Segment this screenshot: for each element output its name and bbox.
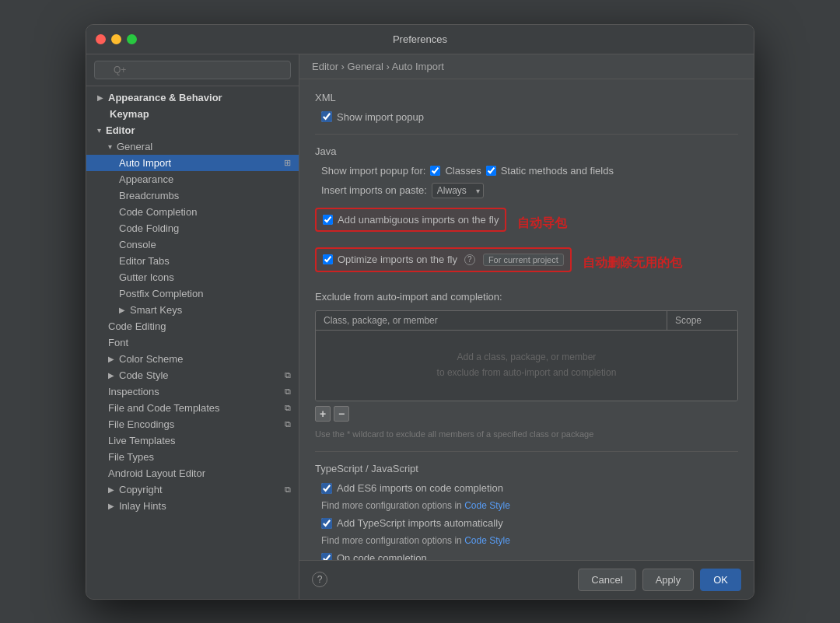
search-input[interactable] bbox=[94, 61, 291, 79]
find-more-ts1-row: Find more configuration options in Code … bbox=[315, 500, 738, 511]
sidebar-item-font[interactable]: Font bbox=[86, 334, 299, 351]
expand-icon: ▶ bbox=[97, 93, 103, 102]
add-unambiguous-label: Add unambiguous imports on the fly bbox=[338, 214, 499, 226]
sidebar-item-code-style[interactable]: ▶ Code Style ⧉ bbox=[86, 367, 299, 383]
sidebar-item-copyright[interactable]: ▶ Copyright ⧉ bbox=[86, 481, 299, 498]
java-section: Java Show import popup for: Classes Stat… bbox=[315, 145, 738, 441]
add-es6-row: Add ES6 imports on code completion bbox=[315, 482, 738, 494]
sidebar-item-gutter-icons[interactable]: Gutter Icons bbox=[86, 269, 299, 285]
expand-icon: ▶ bbox=[108, 485, 114, 494]
exclude-section: Exclude from auto-import and completion:… bbox=[315, 291, 738, 441]
sidebar-item-breadcrumbs[interactable]: Breadcrumbs bbox=[86, 187, 299, 204]
classes-label: Classes bbox=[445, 165, 481, 177]
sidebar-item-inlay-hints[interactable]: ▶ Inlay Hints bbox=[86, 498, 299, 514]
sidebar-item-file-code-templates[interactable]: File and Code Templates ⧉ bbox=[86, 400, 299, 416]
code-style-link-2[interactable]: Code Style bbox=[464, 535, 510, 546]
on-code-completion-row: On code completion bbox=[315, 552, 738, 560]
window-title: Preferences bbox=[393, 33, 447, 45]
sidebar-item-label: Live Templates bbox=[108, 435, 175, 446]
add-typescript-checkbox[interactable] bbox=[321, 518, 332, 529]
sidebar-item-editor[interactable]: ▾ Editor bbox=[86, 122, 299, 138]
sidebar-item-code-completion[interactable]: Code Completion bbox=[86, 204, 299, 220]
close-button[interactable] bbox=[96, 34, 106, 44]
separator2 bbox=[315, 451, 738, 452]
sidebar-item-label: Font bbox=[108, 337, 128, 348]
add-button[interactable]: + bbox=[315, 406, 331, 422]
find-more-ts2-row: Find more configuration options in Code … bbox=[315, 535, 738, 546]
sidebar-item-file-types[interactable]: File Types bbox=[86, 449, 299, 465]
sidebar-item-live-templates[interactable]: Live Templates bbox=[86, 432, 299, 449]
sidebar-item-android-layout-editor[interactable]: Android Layout Editor bbox=[86, 465, 299, 481]
sidebar-item-appearance-behavior[interactable]: ▶ Appearance & Behavior bbox=[86, 89, 299, 106]
expand-icon: ▶ bbox=[108, 355, 114, 363]
show-import-popup-checkbox[interactable] bbox=[321, 111, 332, 122]
add-es6-checkbox[interactable] bbox=[321, 483, 332, 494]
col-scope: Scope bbox=[667, 311, 737, 330]
search-wrapper: 🔍 bbox=[94, 61, 291, 79]
sidebar-item-editor-tabs[interactable]: Editor Tabs bbox=[86, 253, 299, 269]
sidebar-item-label: Code Completion bbox=[119, 206, 197, 218]
sidebar-item-label: Breadcrumbs bbox=[119, 190, 179, 201]
sidebar-item-label: Appearance & Behavior bbox=[108, 92, 222, 103]
ok-button[interactable]: OK bbox=[700, 569, 741, 591]
add-es6-label: Add ES6 imports on code completion bbox=[337, 482, 503, 494]
find-more-ts2-text: Find more configuration options in bbox=[321, 535, 462, 546]
help-button[interactable]: ? bbox=[312, 572, 327, 587]
add-typescript-auto-row: Add TypeScript imports automatically bbox=[315, 517, 738, 529]
footer-left: ? bbox=[312, 572, 327, 587]
sidebar-item-smart-keys[interactable]: ▶ Smart Keys bbox=[86, 302, 299, 318]
chinese-annotation-1: 自动导包 bbox=[517, 215, 567, 232]
sidebar-item-label: File and Code Templates bbox=[108, 402, 220, 414]
sidebar-item-label: Smart Keys bbox=[130, 304, 182, 316]
expand-icon: ▾ bbox=[97, 126, 101, 135]
expand-icon: ▶ bbox=[119, 306, 125, 314]
apply-button[interactable]: Apply bbox=[642, 569, 695, 591]
sidebar-item-keymap[interactable]: Keymap bbox=[86, 106, 299, 122]
copy-icon: ⧉ bbox=[285, 370, 291, 380]
sidebar-item-appearance[interactable]: Appearance bbox=[86, 171, 299, 187]
java-section-title: Java bbox=[315, 145, 738, 157]
on-code-completion-checkbox[interactable] bbox=[321, 553, 332, 560]
help-icon[interactable]: ? bbox=[464, 254, 475, 265]
sidebar-item-auto-import[interactable]: Auto Import ⊞ bbox=[86, 155, 299, 171]
sidebar-item-general[interactable]: ▾ General bbox=[86, 138, 299, 155]
sidebar-item-label: Code Folding bbox=[119, 222, 179, 234]
exclude-table-header: Class, package, or member Scope bbox=[316, 311, 737, 331]
for-current-project-badge: For current project bbox=[483, 254, 564, 266]
sidebar-item-label: File Encodings bbox=[108, 418, 174, 430]
minimize-button[interactable] bbox=[111, 34, 121, 44]
remove-button[interactable]: − bbox=[334, 406, 349, 422]
sidebar-item-label: Android Layout Editor bbox=[108, 467, 205, 479]
title-bar: Preferences bbox=[86, 25, 754, 54]
optimize-imports-checkbox[interactable] bbox=[323, 254, 333, 264]
breadcrumb-sep1: › bbox=[341, 61, 348, 72]
search-bar: 🔍 bbox=[86, 54, 299, 86]
cancel-button[interactable]: Cancel bbox=[578, 569, 635, 591]
settings-icon: ⊞ bbox=[284, 158, 291, 168]
insert-imports-label: Insert imports on paste: bbox=[321, 184, 427, 196]
classes-checkbox[interactable] bbox=[430, 166, 440, 176]
sidebar-item-code-editing[interactable]: Code Editing bbox=[86, 318, 299, 334]
sidebar-item-file-encodings[interactable]: File Encodings ⧉ bbox=[86, 416, 299, 432]
expand-icon: ▶ bbox=[108, 371, 114, 380]
imports-paste-row: Insert imports on paste: Always ▾ bbox=[315, 183, 738, 198]
sidebar-item-label: File Types bbox=[108, 451, 154, 463]
chinese-annotation-2: 自动删除无用的包 bbox=[583, 255, 682, 271]
sidebar-item-inspections[interactable]: Inspections ⧉ bbox=[86, 383, 299, 400]
sidebar-item-code-folding[interactable]: Code Folding bbox=[86, 220, 299, 236]
maximize-button[interactable] bbox=[127, 34, 137, 44]
always-select[interactable]: Always bbox=[432, 183, 484, 198]
traffic-lights bbox=[96, 34, 137, 44]
content-area: XML Show import popup Java Show import p… bbox=[299, 79, 754, 560]
exclude-title: Exclude from auto-import and completion: bbox=[315, 291, 738, 303]
code-style-link-1[interactable]: Code Style bbox=[464, 500, 510, 511]
sidebar-item-console[interactable]: Console bbox=[86, 236, 299, 253]
table-actions: + − bbox=[315, 406, 738, 422]
sidebar-item-label: Inlay Hints bbox=[119, 500, 166, 512]
add-unambiguous-checkbox[interactable] bbox=[323, 215, 333, 225]
sidebar-item-postfix-completion[interactable]: Postfix Completion bbox=[86, 285, 299, 302]
static-methods-checkbox[interactable] bbox=[486, 166, 496, 176]
on-code-completion-label: On code completion bbox=[337, 552, 427, 560]
footer: ? Cancel Apply OK bbox=[299, 560, 754, 599]
sidebar-item-color-scheme[interactable]: ▶ Color Scheme bbox=[86, 351, 299, 367]
